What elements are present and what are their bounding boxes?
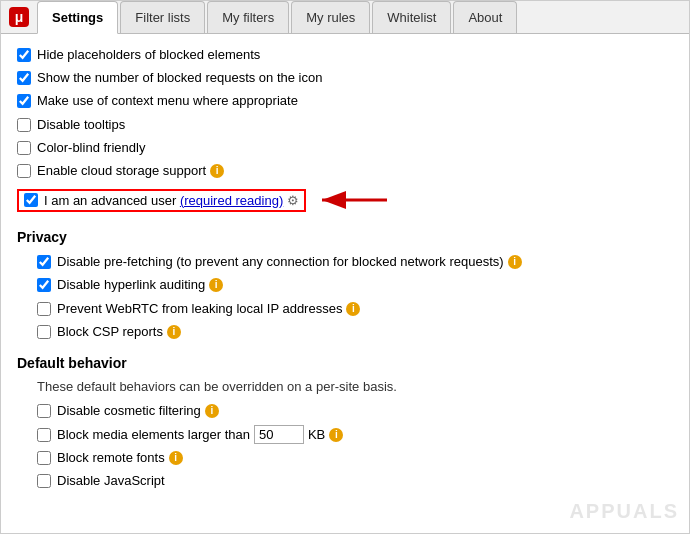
tab-my-filters[interactable]: My filters bbox=[207, 1, 289, 33]
default-behavior-heading: Default behavior bbox=[17, 355, 673, 371]
checkbox-disable-hyperlink[interactable] bbox=[37, 278, 51, 292]
red-arrow bbox=[312, 185, 392, 215]
label-block-media: Block media elements larger than bbox=[57, 427, 250, 442]
checkbox-disable-js[interactable] bbox=[37, 474, 51, 488]
setting-disable-hyperlink: Disable hyperlink auditing i bbox=[37, 276, 673, 294]
label-show-blocked-count: Show the number of blocked requests on t… bbox=[37, 69, 322, 87]
setting-disable-js: Disable JavaScript bbox=[37, 472, 673, 490]
setting-context-menu: Make use of context menu where appropria… bbox=[17, 92, 673, 110]
setting-disable-prefetching: Disable pre-fetching (to prevent any con… bbox=[37, 253, 673, 271]
checkbox-context-menu[interactable] bbox=[17, 94, 31, 108]
setting-color-blind: Color-blind friendly bbox=[17, 139, 673, 157]
label-hide-placeholders: Hide placeholders of blocked elements bbox=[37, 46, 260, 64]
setting-cloud-storage: Enable cloud storage support i bbox=[17, 162, 673, 180]
info-webrtc-icon[interactable]: i bbox=[346, 302, 360, 316]
info-hyperlink-icon[interactable]: i bbox=[209, 278, 223, 292]
label-disable-tooltips: Disable tooltips bbox=[37, 116, 125, 134]
info-cosmetic-icon[interactable]: i bbox=[205, 404, 219, 418]
default-behavior-description: These default behaviors can be overridde… bbox=[37, 379, 673, 394]
checkbox-hide-placeholders[interactable] bbox=[17, 48, 31, 62]
setting-disable-cosmetic: Disable cosmetic filtering i bbox=[37, 402, 673, 420]
label-block-remote-fonts: Block remote fonts bbox=[57, 449, 165, 467]
info-prefetching-icon[interactable]: i bbox=[508, 255, 522, 269]
label-disable-js: Disable JavaScript bbox=[57, 472, 165, 490]
label-disable-prefetching: Disable pre-fetching (to prevent any con… bbox=[57, 253, 504, 271]
checkbox-advanced-user[interactable] bbox=[24, 193, 38, 207]
label-disable-hyperlink: Disable hyperlink auditing bbox=[57, 276, 205, 294]
info-cloud-storage-icon[interactable]: i bbox=[210, 164, 224, 178]
checkbox-block-media[interactable] bbox=[37, 428, 51, 442]
tab-filter-lists[interactable]: Filter lists bbox=[120, 1, 205, 33]
checkbox-disable-tooltips[interactable] bbox=[17, 118, 31, 132]
label-color-blind: Color-blind friendly bbox=[37, 139, 145, 157]
label-kb: KB bbox=[308, 427, 325, 442]
privacy-heading: Privacy bbox=[17, 229, 673, 245]
tab-my-rules[interactable]: My rules bbox=[291, 1, 370, 33]
checkbox-block-csp[interactable] bbox=[37, 325, 51, 339]
checkbox-color-blind[interactable] bbox=[17, 141, 31, 155]
svg-text:μ: μ bbox=[15, 9, 24, 25]
label-context-menu: Make use of context menu where appropria… bbox=[37, 92, 298, 110]
settings-content: Hide placeholders of blocked elements Sh… bbox=[1, 34, 689, 507]
extension-logo: μ bbox=[5, 3, 33, 31]
default-behavior-section: These default behaviors can be overridde… bbox=[17, 379, 673, 491]
checkbox-show-blocked-count[interactable] bbox=[17, 71, 31, 85]
advanced-user-row-highlighted: I am an advanced user (required reading)… bbox=[17, 189, 306, 212]
checkbox-block-remote-fonts[interactable] bbox=[37, 451, 51, 465]
tab-settings[interactable]: Settings bbox=[37, 1, 118, 34]
label-prevent-webrtc: Prevent WebRTC from leaking local IP add… bbox=[57, 300, 342, 318]
extension-window: μ Settings Filter lists My filters My ru… bbox=[0, 0, 690, 534]
tab-bar: μ Settings Filter lists My filters My ru… bbox=[1, 1, 689, 34]
info-media-icon[interactable]: i bbox=[329, 428, 343, 442]
privacy-section: Disable pre-fetching (to prevent any con… bbox=[17, 253, 673, 341]
tab-whitelist[interactable]: Whitelist bbox=[372, 1, 451, 33]
label-disable-cosmetic: Disable cosmetic filtering bbox=[57, 402, 201, 420]
setting-show-blocked-count: Show the number of blocked requests on t… bbox=[17, 69, 673, 87]
setting-block-remote-fonts: Block remote fonts i bbox=[37, 449, 673, 467]
checkbox-disable-prefetching[interactable] bbox=[37, 255, 51, 269]
info-remote-fonts-icon[interactable]: i bbox=[169, 451, 183, 465]
label-block-csp: Block CSP reports bbox=[57, 323, 163, 341]
setting-block-media: Block media elements larger than KB i bbox=[37, 425, 673, 444]
block-media-input[interactable] bbox=[254, 425, 304, 444]
required-reading-link[interactable]: (required reading) bbox=[180, 193, 283, 208]
checkbox-prevent-webrtc[interactable] bbox=[37, 302, 51, 316]
setting-hide-placeholders: Hide placeholders of blocked elements bbox=[17, 46, 673, 64]
checkbox-cloud-storage[interactable] bbox=[17, 164, 31, 178]
info-csp-icon[interactable]: i bbox=[167, 325, 181, 339]
label-advanced-user: I am an advanced user bbox=[44, 193, 176, 208]
tab-about[interactable]: About bbox=[453, 1, 517, 33]
setting-disable-tooltips: Disable tooltips bbox=[17, 116, 673, 134]
label-cloud-storage: Enable cloud storage support bbox=[37, 162, 206, 180]
setting-block-csp: Block CSP reports i bbox=[37, 323, 673, 341]
checkbox-disable-cosmetic[interactable] bbox=[37, 404, 51, 418]
setting-prevent-webrtc: Prevent WebRTC from leaking local IP add… bbox=[37, 300, 673, 318]
gear-advanced-user-icon[interactable]: ⚙ bbox=[287, 193, 299, 208]
